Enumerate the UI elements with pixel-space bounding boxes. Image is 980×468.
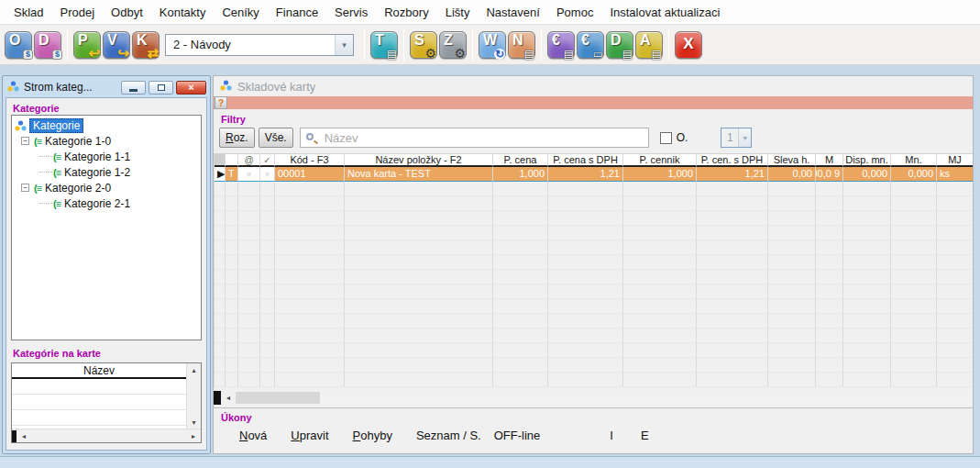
- menu-item-pomoc[interactable]: Pomoc: [548, 2, 601, 23]
- collapse-icon[interactable]: −: [21, 137, 29, 145]
- vertical-scrollbar[interactable]: ▴ ▾: [186, 363, 201, 429]
- help-button[interactable]: ?: [215, 96, 227, 109]
- toolbar-icon-z-settings[interactable]: Z⚙: [439, 31, 467, 59]
- toolbar-icon-d-dollar[interactable]: D$: [34, 31, 61, 59]
- header-col-row-selector[interactable]: [215, 154, 226, 167]
- header-col-mj[interactable]: MJ: [937, 154, 974, 167]
- scroll-left-icon[interactable]: ◂: [221, 391, 236, 405]
- table-row-selected[interactable]: ▶T○○00001Nova karta - TEST1,0001,211,000…: [214, 167, 973, 182]
- cell-empty: [891, 211, 937, 226]
- action-button-nov[interactable]: Nová: [239, 429, 267, 442]
- scroll-right-icon[interactable]: ▸: [186, 429, 201, 442]
- menu-item-nastaven[interactable]: Nastavení: [478, 2, 548, 23]
- toolbar-icon-p-transfer[interactable]: P↩: [73, 31, 101, 59]
- action-button-e[interactable]: E: [641, 429, 649, 442]
- stock-table-horizontal-scrollbar[interactable]: ◂: [214, 391, 973, 405]
- menu-item-prodej[interactable]: Prodej: [52, 2, 104, 23]
- close-button[interactable]: ×: [176, 81, 206, 95]
- menu-item-kontakty[interactable]: Kontakty: [151, 2, 215, 23]
- header-col-disp-mn[interactable]: Disp. mn.: [843, 154, 891, 167]
- toolbar-icon-s-settings[interactable]: S⚙: [410, 31, 437, 59]
- header-col-p-cen-s-dph[interactable]: P. cen. s DPH: [697, 154, 768, 167]
- header-col-flag[interactable]: [226, 154, 238, 167]
- menu-item-finance[interactable]: Finance: [268, 2, 326, 23]
- cell-empty: [891, 284, 937, 299]
- cell-empty: [697, 358, 768, 373]
- icon-letter: D: [39, 32, 50, 49]
- action-button-pohyby[interactable]: Pohyby: [353, 429, 392, 442]
- cell-empty: [226, 255, 238, 270]
- tree-item-kategorie-1-2[interactable]: (≡Kategorie 1-2: [12, 164, 201, 180]
- cell-empty: [215, 240, 226, 255]
- cell-empty: [843, 284, 891, 299]
- scroll-up-icon[interactable]: ▴: [187, 363, 202, 376]
- tree-item-kategorie-2-0[interactable]: −(≡Kategorie 2-0: [12, 180, 201, 195]
- menu-item-rozbory[interactable]: Rozbory: [376, 2, 436, 23]
- category-tree-window-titlebar[interactable]: Strom kateg... ×: [3, 76, 210, 97]
- card-categories-header: Název: [12, 363, 186, 379]
- cell-empty: [493, 182, 548, 196]
- tree-root-item[interactable]: Kategorie: [12, 117, 201, 133]
- filter-row: Roz. Vše. O. 1 ▾: [219, 127, 973, 149]
- menu-item-odbyt[interactable]: Odbyt: [103, 2, 151, 23]
- toolbar-icon-a-doc[interactable]: A▤: [635, 31, 663, 59]
- actions-row: NováUpravitPohybySeznam / S.OFF-lineIE: [239, 429, 973, 442]
- toolbar-icon-o-dollar[interactable]: O$: [5, 31, 32, 59]
- cell-empty: [226, 240, 238, 255]
- header-col-p-cennik[interactable]: P. cennik: [623, 154, 697, 167]
- search-wrap: [300, 128, 649, 148]
- menu-item-instalovat-aktualizaci[interactable]: Instalovat aktualizaci: [601, 2, 728, 23]
- action-button-i[interactable]: I: [610, 429, 613, 442]
- menu-item-li-ty[interactable]: Lišty: [437, 2, 479, 23]
- header-col-p-cena-s-dph[interactable]: P. cena s DPH: [548, 154, 623, 167]
- minimize-button[interactable]: [121, 81, 146, 95]
- header-col-p-cena[interactable]: P. cena: [493, 154, 548, 167]
- tree-item-kategorie-2-1[interactable]: (≡Kategorie 2-1: [12, 195, 201, 211]
- toolbar-icon-d-doc[interactable]: D▤: [606, 31, 633, 59]
- cell-empty: [623, 343, 697, 358]
- toolbar-icon-x-exit[interactable]: X: [675, 31, 702, 59]
- scroll-left-icon[interactable]: ◂: [17, 429, 31, 442]
- action-button-upravit[interactable]: Upravit: [291, 429, 328, 442]
- toolbar-icon-n-notes[interactable]: N▤: [508, 31, 535, 59]
- toolbar-icon-euro-doc[interactable]: €▤: [547, 31, 575, 59]
- o-checkbox[interactable]: [660, 132, 672, 144]
- paperclip-icon[interactable]: @: [238, 154, 260, 167]
- toolbar-category-combobox[interactable]: 2 - Návody▾: [165, 34, 354, 56]
- menu-item-servis[interactable]: Servis: [326, 2, 376, 23]
- toolbar-icon-t-print[interactable]: T▤: [370, 31, 398, 59]
- cell-empty: [226, 299, 238, 314]
- search-input[interactable]: [300, 128, 649, 148]
- menu-item-cen-ky[interactable]: Ceníky: [214, 2, 267, 23]
- all-filter-button[interactable]: Vše.: [259, 128, 293, 148]
- device-icon: ▤: [652, 49, 662, 60]
- scrollbar-thumb[interactable]: [236, 392, 320, 404]
- tree-item-kategorie-1-0[interactable]: −(≡Kategorie 1-0: [12, 133, 201, 149]
- tree-item-kategorie-1-1[interactable]: (≡Kategorie 1-1: [12, 149, 201, 164]
- action-button-seznam-s[interactable]: Seznam / S.: [416, 429, 481, 442]
- chevron-down-icon[interactable]: ▾: [335, 35, 353, 55]
- cell-empty: [843, 343, 891, 358]
- toolbar-icon-k-transfer[interactable]: K⇄: [132, 31, 160, 59]
- toolbar-icon-euro-screen[interactable]: €▭: [577, 31, 604, 59]
- horizontal-scrollbar[interactable]: ◂ ▸: [12, 429, 201, 442]
- header-col-nazev-polozky-f2[interactable]: Název položky - F2: [345, 154, 493, 167]
- header-col-mn[interactable]: Mn.: [891, 154, 937, 167]
- header-col-kod-f3[interactable]: Kód - F3: [275, 154, 345, 167]
- toolbar-icon-w-sync[interactable]: W↻: [479, 31, 506, 59]
- cell-empty: [345, 329, 493, 343]
- cell-empty: [937, 314, 974, 329]
- header-col-m[interactable]: M: [816, 154, 843, 167]
- header-col-sleva-h[interactable]: Sleva h.: [768, 154, 816, 167]
- collapse-icon[interactable]: −: [21, 184, 29, 192]
- check-icon[interactable]: ✓: [260, 154, 275, 167]
- menu-item-sklad[interactable]: Sklad: [6, 2, 52, 23]
- toolbar-icon-v-transfer[interactable]: V↪: [103, 31, 130, 59]
- action-button-off-line[interactable]: OFF-line: [494, 429, 541, 442]
- scroll-down-icon[interactable]: ▾: [187, 416, 202, 429]
- expand-filter-button[interactable]: Roz.: [219, 128, 255, 148]
- restore-button[interactable]: [149, 81, 173, 95]
- page-select[interactable]: 1 ▾: [721, 128, 752, 148]
- table-row: [214, 284, 973, 299]
- cell-empty: [238, 255, 260, 270]
